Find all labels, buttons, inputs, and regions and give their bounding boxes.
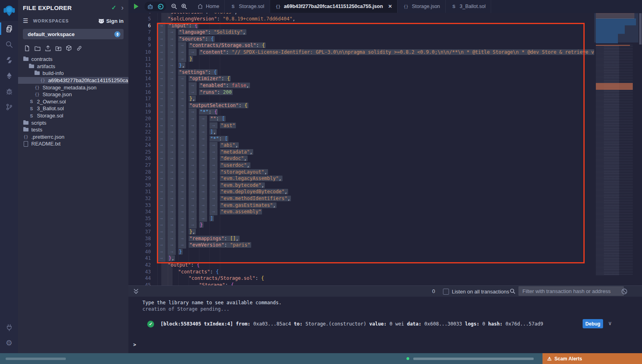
rail-debugger-button[interactable] [0,83,18,99]
code-line[interactable]: →→→→"content": "// SPDX-License-Identifi… [157,49,594,56]
code-line[interactable]: →→→→"enabled": false, [157,82,594,89]
code-line[interactable]: "output": { [157,262,594,269]
code-line[interactable]: →→"sources": { [157,36,594,42]
remix-logo[interactable] [0,0,18,21]
transaction-row[interactable]: ✓ [block:5583405 txIndex:4] from: 0xa03.… [128,320,642,330]
tree-item[interactable]: S3_Ballot.sol [18,105,128,112]
upload-folder-icon[interactable] [55,45,62,52]
remix-ai-button[interactable] [147,0,154,13]
listen-all-checkbox[interactable] [443,289,449,295]
tree-item[interactable]: artifacts [18,63,128,70]
tree-item[interactable]: contracts [18,56,128,63]
editor-scrollbar-thumb[interactable] [639,13,642,44]
code-line[interactable]: →→}, [157,62,594,69]
code-line[interactable]: →→→→→→"abi", [157,142,594,149]
rail-search-button[interactable] [0,36,18,52]
code-line[interactable]: →→→→"runs": 200 [157,89,594,96]
code-content[interactable]: "solcVersion": "0.8.19","solcLongVersion… [157,13,594,285]
tree-item[interactable]: scripts [18,119,128,126]
code-line[interactable]: →→→→} [157,222,594,229]
code-line[interactable]: →→→→→→"evm.methodIdentifiers", [157,195,594,202]
debug-button[interactable]: Debug [583,319,603,328]
rail-plugin-manager-button[interactable] [0,320,18,335]
tree-item[interactable]: {}Storage.json [18,91,128,98]
code-line[interactable]: →→→→→→"evm.gasEstimates", [157,202,594,209]
link-icon[interactable] [76,45,83,52]
code-line[interactable]: →→→→→→"evm.deployedBytecode", [157,188,594,195]
new-folder-icon[interactable] [34,45,41,52]
rail-settings-button[interactable]: ⚙ [0,335,18,351]
code-line[interactable]: →"input": { [157,22,594,29]
code-editor[interactable]: 4567891011121314151617181920212223242526… [128,13,642,285]
code-line[interactable]: →→→→→→"evm.bytecode", [157,182,594,189]
scam-alerts-button[interactable]: ⚠ Scam Alerts [542,353,642,364]
tree-item[interactable]: README.txt [18,140,128,148]
code-line[interactable]: →→"language": "Solidity", [157,29,594,36]
code-line[interactable]: →→→→→→"userdoc", [157,162,594,169]
code-line[interactable]: →→→→→→"evm.legacyAssembly", [157,175,594,182]
code-line[interactable]: →→→→→→"ast" [157,122,594,129]
tab-3-ballot-sol[interactable]: S3_Ballot.sol [446,0,492,13]
github-sign-in-button[interactable]: Sign in [98,18,124,24]
tab-close-icon[interactable]: ✕ [388,4,392,9]
new-file-icon[interactable] [24,45,30,52]
tab-storage-json[interactable]: {}Storage.json [398,0,445,13]
tx-expand-chevron-icon[interactable]: ∨ [608,320,612,326]
tree-item[interactable]: S2_Owner.sol [18,98,128,105]
code-line[interactable]: →→→→→→"storageLayout", [157,169,594,176]
code-line[interactable]: "solcLongVersion": "0.8.19+commit.7dd6d4… [157,16,594,22]
code-line[interactable]: →→→}, [157,229,594,235]
terminal-expand-icon[interactable] [133,288,139,295]
run-script-button[interactable] [134,0,138,13]
code-line[interactable]: "contracts": { [157,269,594,275]
code-line[interactable]: →→→"remappings": [], [157,235,594,242]
code-line[interactable]: →→→→"*": { [157,109,594,115]
workspace-select[interactable]: default_workspace [23,29,124,39]
zoom-in-button[interactable] [181,0,187,13]
rail-file-explorer-button[interactable] [0,21,18,36]
code-line[interactable]: →→→→→→"evm.assembly" [157,208,594,215]
tree-item[interactable]: {}a69b43f277ba20fcac141151250ca7... [18,77,128,84]
minimap[interactable] [594,13,638,285]
code-line[interactable]: "solcVersion": "0.8.19", [157,13,594,16]
code-line[interactable]: →→→"contracts/Storage.sol": { [157,42,594,49]
code-line[interactable]: →→→"optimizer": { [157,75,594,82]
code-line[interactable]: →→→→→] [157,215,594,222]
code-line[interactable]: →→"settings": { [157,69,594,76]
panel-expand-chevron-icon[interactable]: › [121,4,124,11]
code-line[interactable]: →→→→→→"devdoc", [157,155,594,162]
code-line[interactable]: →→→→→"*": [ [157,135,594,142]
code-line[interactable]: →→→→→→"metadata", [157,149,594,156]
ipfs-box-icon[interactable] [65,45,72,52]
tree-item[interactable]: {}.prettierrc.json [18,133,128,141]
code-line[interactable]: →}, [157,255,594,262]
terminal-prompt[interactable]: > [133,342,136,348]
code-line[interactable]: →→} [157,249,594,255]
code-line[interactable]: →→→→→"": [ [157,115,594,122]
editor-scrollbar[interactable] [639,13,642,285]
rail-solidity-compiler-button[interactable] [0,52,18,68]
tree-item[interactable]: SStorage.sol [18,112,128,119]
tab-a69b43f277ba20fcac141151250ca755-json[interactable]: {}a69b43f277ba20fcac141151250ca755.json✕ [270,0,398,13]
clear-console-icon[interactable] [621,288,628,295]
tab-storage-sol[interactable]: SStorage.sol [225,0,270,13]
zoom-out-button[interactable] [171,0,177,13]
code-line[interactable]: →→→→→], [157,129,594,135]
tree-item[interactable]: {}Storage_metadata.json [18,84,128,91]
terminal-search-icon[interactable] [510,288,516,294]
code-line[interactable]: →→→} [157,56,594,63]
rail-deploy-run-button[interactable] [0,68,18,83]
transaction-filter-input[interactable] [518,286,624,296]
upload-file-icon[interactable] [45,45,51,52]
code-line[interactable]: →→→}, [157,95,594,102]
tab-home[interactable]: Home [192,0,225,13]
copilot-toggle[interactable] [157,0,164,13]
rail-git-button[interactable] [0,99,18,115]
code-line[interactable]: "Storage": { [157,282,594,285]
code-line[interactable]: "contracts/Storage.sol": { [157,275,594,282]
code-line[interactable]: →→→"evmVersion": "paris" [157,242,594,249]
tree-item[interactable]: build-info [18,70,128,77]
workspaces-menu-icon[interactable]: ☰ [23,17,28,24]
code-line[interactable]: →→→"outputSelection": { [157,102,594,109]
tree-item[interactable]: tests [18,126,128,133]
